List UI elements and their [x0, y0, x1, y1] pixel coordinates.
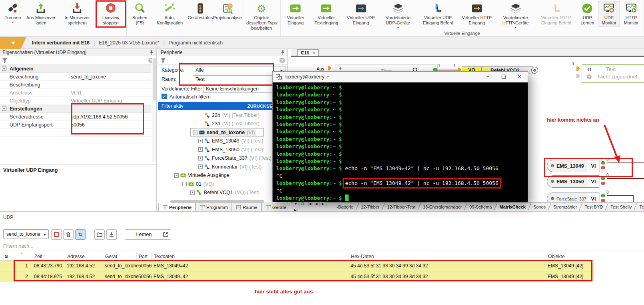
collapse-icon[interactable]: −	[193, 130, 197, 134]
add-input-icon[interactable]: +	[587, 74, 592, 79]
toolbar-auto-konfiguration[interactable]: Auto-Konfiguration	[152, 1, 187, 27]
toolbar-virtueller-texteingang[interactable]: Virtueller Texteingang	[310, 1, 343, 27]
auto-filter-checkbox[interactable]: ✓	[161, 94, 167, 99]
toolbar-virtueller-http-eingang[interactable]: Virtueller HTTP Eingang	[458, 1, 495, 27]
expand-icon[interactable]: +	[198, 156, 203, 161]
panel-tab-räume[interactable]: Räume	[232, 203, 261, 211]
sheet-tab--batterie[interactable]: -Batterie	[333, 203, 357, 211]
property-row[interactable]: AnschlussVUI1	[0, 89, 152, 97]
gear-icon[interactable]: ⚙	[550, 196, 554, 201]
toolbar-projektanalyse[interactable]: Projektanalyse	[213, 1, 242, 22]
sheet-tab-99-schema[interactable]: 99-Schema	[466, 203, 495, 211]
tree-item-send-to-loxone[interactable]: −send_to_loxone(VI)	[190, 128, 264, 136]
gear-icon[interactable]: ⚙	[550, 179, 554, 184]
udp-filter-input[interactable]	[3, 243, 243, 249]
close-tab-icon[interactable]: ×	[312, 50, 315, 55]
autoscroll-button[interactable]	[75, 229, 86, 240]
tab-e16[interactable]: E16 ×	[297, 49, 319, 56]
sheet-tab-matrixcheck[interactable]: MatrixCheck	[496, 203, 529, 211]
learn-button[interactable]: Lernen	[125, 229, 163, 240]
vi-block-forcestate_337[interactable]: ⚙ForceState_337VI	[547, 193, 600, 202]
gear-icon[interactable]: ⚙	[4, 254, 9, 259]
toolbar-virtueller-udp-eingang[interactable]: Virtueller UDP Eingang	[343, 1, 379, 27]
panel-tab-peripherie[interactable]: Peripherie	[158, 203, 195, 211]
property-row[interactable]: Beschreibung	[0, 81, 152, 89]
clear-button[interactable]	[63, 229, 74, 240]
toolbar-gerätestatus[interactable]: Gerätestatus	[187, 1, 213, 22]
pin-icon[interactable]	[149, 50, 154, 55]
terminal-window[interactable]: ? loxberry@loxberry: ~ – □ × loxberry@lo…	[272, 71, 528, 202]
close-button[interactable]: ×	[512, 72, 528, 82]
collapse-icon[interactable]: −	[182, 182, 187, 186]
tree-item-23h[interactable]: 23h(VI) (Test,Tibber)	[198, 120, 261, 128]
minimize-button[interactable]: –	[480, 72, 496, 82]
toolbar-objekte-desselben-typs-bearbeiten[interactable]: ⚙Objekte desselben Typs bearbeiten	[244, 1, 279, 32]
maximize-button[interactable]: □	[496, 72, 512, 82]
toolbar-virtueller-udp-eingang-befehl[interactable]: Virtueller UDP Eingang Befehl	[417, 1, 458, 27]
gear-icon[interactable]: ⚙	[531, 67, 538, 74]
collapse-icon[interactable]: −	[2, 106, 6, 111]
panel-tab-programm[interactable]: Programm	[195, 203, 232, 211]
toolbar-suchen-f5-[interactable]: Suchen (F5)	[128, 1, 152, 27]
toolbar-udp-lernen[interactable]: UDP Lernen	[576, 1, 598, 27]
toolbar-in-miniserver-speichern[interactable]: In Miniserver speichern	[58, 1, 96, 27]
expand-icon[interactable]: +	[198, 139, 203, 143]
tree-item-virtuelle-ausgänge[interactable]: −Virtuelle Ausgänge	[174, 171, 233, 180]
output-dot-red[interactable]	[601, 182, 605, 185]
health-badge[interactable]: ♥	[0, 37, 26, 49]
panel-tab-geräte[interactable]: Geräte	[261, 203, 290, 211]
toolbar-liveview-stoppen[interactable]: Liveview stoppen	[96, 1, 126, 27]
tree-item-ems-13049[interactable]: +EMS_13049(VI) (Test)	[198, 137, 265, 145]
output-dot-red[interactable]	[601, 199, 605, 202]
tree-item-22h[interactable]: 22h(VI) (Test,Tibber)	[198, 111, 261, 119]
sheet-tab-12-tibber[interactable]: 12-Tibber	[357, 203, 383, 211]
sheet-tab-test-byd[interactable]: Test BYD	[581, 203, 606, 211]
popout-button[interactable]	[160, 229, 171, 240]
save-button[interactable]	[106, 229, 117, 240]
tree-item-01[interactable]: −01(VQ)	[182, 180, 215, 188]
tree-item-ems-13050[interactable]: +EMS_13050(VI) (Test)	[198, 145, 265, 154]
terminal-title-bar[interactable]: ? loxberry@loxberry: ~ – □ ×	[273, 72, 528, 82]
properties-scrollbar[interactable]	[152, 58, 156, 162]
toolbar-http-monitor[interactable]: HTTP Monitor	[620, 1, 643, 27]
connector-gray-icon[interactable]	[576, 74, 580, 78]
toolbar-vordefinierte-udp-geräte[interactable]: Vordefinierte UDP-Geräte▾	[379, 1, 418, 30]
output-dot-green[interactable]	[433, 68, 437, 71]
expand-icon[interactable]: +	[198, 165, 203, 169]
tree-item-kommentar[interactable]: +Kommentar(VI) (Test)	[198, 163, 263, 171]
collapse-icon[interactable]: −	[2, 66, 6, 71]
sheet-tab-test-wb[interactable]: Test WB	[636, 203, 644, 211]
open-button[interactable]	[94, 229, 105, 240]
output-dot-green[interactable]	[601, 194, 605, 197]
toolbar-vordefinierte-http-geräte[interactable]: Vordefinierte HTTP-Geräte▾	[495, 1, 536, 30]
sheet-tab-12-tibber-test[interactable]: 12-Tibber-Test	[383, 203, 419, 211]
tree-item-forcestate-337[interactable]: +ForceState_337(VI) (Test)	[198, 154, 273, 163]
record-stop-button[interactable]	[51, 229, 62, 240]
toolbar-aus-miniserver-laden[interactable]: Aus Miniserver laden	[24, 1, 58, 27]
function-block-i1[interactable]: I1 + Test Nicht zugeordnet	[582, 64, 644, 83]
sheet-tab-stromzähler[interactable]: Stromzähler	[550, 203, 580, 211]
properties-filter-row[interactable]: ×	[0, 56, 156, 65]
collapse-icon[interactable]: −	[174, 173, 179, 178]
terminal-output[interactable]: loxberry@loxberry:~ $loxberry@loxberry:~…	[273, 82, 528, 202]
udp-source-select[interactable]: send_to_loxone	[3, 229, 49, 239]
sheet-tab-sonos[interactable]: Sonos	[530, 203, 549, 211]
sort-indicator[interactable]: ^	[21, 252, 23, 257]
expand-icon[interactable]: +	[190, 191, 195, 195]
property-group-header[interactable]: −Allgemein	[0, 65, 152, 73]
sheet-tab-13-energiemanager[interactable]: 13-Energiemanager	[419, 203, 465, 211]
property-row[interactable]: Bezeichnungsend_to_loxone	[0, 73, 152, 81]
sheet-tab-test-shelly[interactable]: Test Shelly	[607, 203, 635, 211]
tree-item-befehl-vcq1[interactable]: +Befehl VCQ1(VQ) (Test)	[190, 189, 261, 197]
periphery-hscrollbar[interactable]	[170, 200, 264, 203]
connector-orange-icon[interactable]	[328, 66, 331, 70]
toolbar-trennen[interactable]: Trennen▾	[2, 1, 24, 25]
connector-orange-icon[interactable]	[576, 66, 580, 71]
toolbar-virtueller-http-eingang-befehl[interactable]: Virtueller HTTP Eingang Befehl	[536, 1, 576, 27]
expand-icon[interactable]: +	[198, 147, 203, 152]
clear-filter-icon[interactable]: ×	[279, 58, 285, 63]
output-dot-green[interactable]	[601, 177, 605, 180]
toolbar-virtueller-eingang[interactable]: Virtueller Eingang	[281, 1, 309, 27]
toolbar-udp-monitor[interactable]: UDP Monitor	[598, 1, 620, 27]
pin-icon[interactable]	[280, 50, 285, 55]
